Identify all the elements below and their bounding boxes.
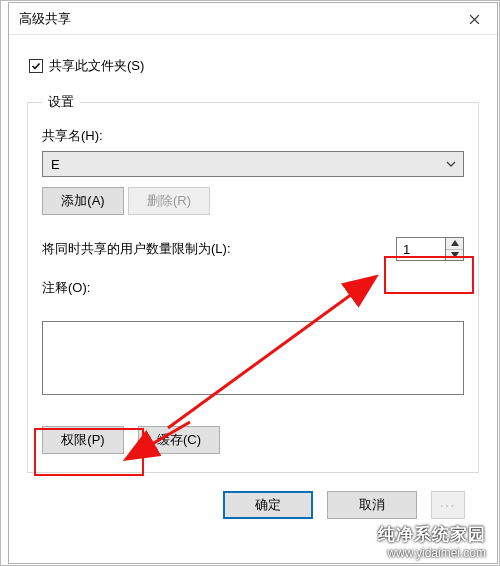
user-limit-label: 将同时共享的用户数量限制为(L): <box>42 240 231 258</box>
cache-button[interactable]: 缓存(C) <box>138 426 220 454</box>
permissions-button[interactable]: 权限(P) <box>42 426 124 454</box>
advanced-sharing-dialog: 高级共享 共享此文件夹(S) 设置 共享名(H): E 添加(A) 删除(R) <box>8 2 498 564</box>
share-folder-label: 共享此文件夹(S) <box>49 57 144 75</box>
close-button[interactable] <box>451 3 497 35</box>
ok-button[interactable]: 确定 <box>223 491 313 519</box>
share-folder-checkbox[interactable]: 共享此文件夹(S) <box>29 57 481 75</box>
add-button[interactable]: 添加(A) <box>42 187 124 215</box>
titlebar: 高级共享 <box>9 3 497 35</box>
user-limit-value[interactable]: 1 <box>397 238 445 260</box>
share-name-label: 共享名(H): <box>42 127 464 145</box>
settings-group: 设置 共享名(H): E 添加(A) 删除(R) 将同时共享的用户数量限制为(L… <box>27 93 479 473</box>
share-name-dropdown[interactable]: E <box>42 151 464 177</box>
share-name-value: E <box>51 157 60 172</box>
dialog-content: 共享此文件夹(S) 设置 共享名(H): E 添加(A) 删除(R) 将同时共享… <box>9 35 497 529</box>
spinner-up-button[interactable] <box>446 238 463 249</box>
caret-down-icon <box>451 252 459 258</box>
close-icon <box>469 14 480 25</box>
apply-button-partial: ⋯ <box>431 491 465 519</box>
user-limit-spinner[interactable]: 1 <box>396 237 464 261</box>
settings-legend: 设置 <box>42 93 80 111</box>
comment-textarea[interactable] <box>42 321 464 395</box>
chevron-down-icon <box>445 158 457 170</box>
window-title: 高级共享 <box>19 10 71 28</box>
checkmark-icon <box>31 61 41 71</box>
cancel-button[interactable]: 取消 <box>327 491 417 519</box>
comment-label: 注释(O): <box>42 279 464 297</box>
remove-button: 删除(R) <box>128 187 210 215</box>
spinner-down-button[interactable] <box>446 249 463 261</box>
checkbox-box <box>29 59 43 73</box>
caret-up-icon <box>451 240 459 246</box>
